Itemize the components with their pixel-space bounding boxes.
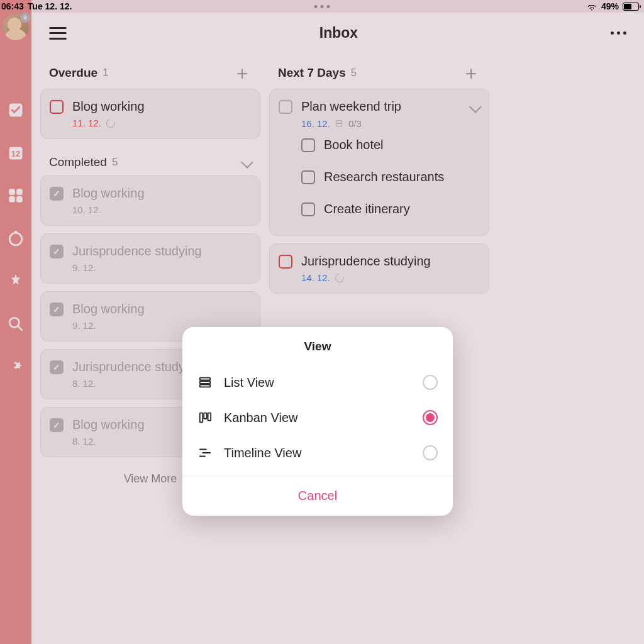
completed-count: 5 (112, 156, 118, 169)
overdue-count: 1 (103, 67, 108, 79)
status-time: 06:43 (1, 1, 24, 11)
svg-rect-15 (204, 413, 207, 419)
task-checkbox-done[interactable] (50, 360, 64, 374)
svg-rect-14 (200, 413, 203, 423)
task-checkbox-done[interactable] (50, 245, 64, 258)
subtask-checkbox[interactable] (301, 170, 315, 184)
task-card[interactable]: Jurisprudence studying 9. 12. (40, 233, 260, 284)
svg-rect-6 (16, 196, 23, 203)
task-date: 16. 12. (301, 118, 330, 129)
kanban-view-icon (197, 410, 213, 425)
task-checkbox[interactable] (279, 255, 292, 269)
radio-unchecked[interactable] (423, 445, 438, 460)
svg-rect-13 (200, 385, 211, 387)
task-checkbox-done[interactable] (50, 187, 64, 201)
option-list-view[interactable]: List View (182, 365, 453, 400)
sidebar-today-icon[interactable] (6, 101, 25, 119)
option-kanban-view[interactable]: Kanban View (182, 400, 453, 435)
task-card[interactable]: Blog working 10. 12. (40, 175, 260, 226)
subtask-item[interactable]: Book hotel (279, 129, 480, 161)
svg-rect-5 (9, 196, 15, 203)
status-date: Tue 12. 12. (28, 1, 72, 11)
subtask-title: Research restaurants (324, 170, 444, 184)
sidebar: ♛ 12 (0, 0, 31, 644)
cancel-button[interactable]: Cancel (182, 476, 453, 516)
subtask-item[interactable]: Create itinerary (279, 193, 480, 225)
page-title: Inbox (67, 25, 611, 42)
multitasking-dots[interactable] (314, 5, 330, 8)
svg-line-10 (18, 326, 21, 330)
svg-rect-8 (14, 231, 17, 233)
menu-button[interactable] (49, 27, 67, 40)
task-checkbox-done[interactable] (50, 303, 64, 316)
task-title: Blog working (72, 99, 145, 114)
subtask-item[interactable]: Research restaurants (279, 161, 480, 193)
task-date: 14. 12. (301, 272, 330, 283)
timeline-view-icon (197, 445, 213, 460)
subtask-checkbox[interactable] (301, 203, 315, 216)
sidebar-pomo-icon[interactable] (6, 229, 25, 248)
avatar[interactable]: ♛ (3, 14, 29, 40)
wifi-icon (586, 2, 597, 11)
svg-rect-12 (200, 381, 211, 384)
sidebar-settings-icon[interactable] (6, 357, 25, 376)
sidebar-calendar-icon[interactable]: 12 (6, 143, 25, 162)
subtask-title: Create itinerary (324, 202, 410, 216)
task-date: 11. 12. (72, 118, 101, 128)
subtask-count: 0/3 (348, 118, 362, 129)
chevron-down-icon[interactable] (469, 101, 482, 113)
crown-badge-icon: ♛ (20, 13, 30, 23)
task-title: Blog working (72, 186, 145, 201)
svg-rect-11 (200, 378, 211, 380)
option-timeline-view[interactable]: Timeline View (182, 435, 453, 470)
sidebar-habit-icon[interactable] (6, 272, 25, 291)
task-card[interactable]: Plan weekend trip 16. 12. ⊟ 0/3 Book hot… (269, 89, 489, 236)
sidebar-search-icon[interactable] (6, 314, 25, 333)
add-task-overdue-button[interactable]: ＋ (233, 67, 252, 79)
task-title: Jurisprudence studying (72, 244, 202, 258)
svg-point-9 (9, 318, 19, 327)
add-task-next7-button[interactable]: ＋ (462, 67, 480, 79)
radio-unchecked[interactable] (423, 375, 438, 390)
svg-rect-4 (16, 189, 23, 195)
dialog-title: View (182, 327, 453, 365)
task-checkbox[interactable] (279, 100, 292, 114)
recurring-icon (104, 117, 116, 129)
task-date: 10. 12. (72, 204, 251, 215)
subtask-title: Book hotel (324, 138, 384, 152)
next7-count: 5 (351, 67, 357, 79)
task-title: Jurisprudence studying (301, 254, 431, 269)
header: Inbox (31, 13, 644, 53)
more-options-button[interactable] (611, 31, 626, 35)
sidebar-matrix-icon[interactable] (6, 186, 25, 205)
radio-checked[interactable] (423, 410, 438, 425)
svg-rect-16 (208, 413, 211, 421)
task-checkbox-done[interactable] (50, 418, 64, 432)
view-selector-dialog: View List View Kanban View Timeline View… (182, 327, 453, 516)
task-checkbox[interactable] (50, 100, 64, 114)
status-bar: 06:43 Tue 12. 12. 49% (0, 0, 644, 13)
chevron-down-icon (241, 156, 253, 169)
task-title: Blog working (72, 418, 145, 432)
subtask-icon: ⊟ (335, 118, 343, 129)
svg-text:12: 12 (11, 149, 20, 158)
svg-rect-3 (9, 189, 15, 195)
column-header-next7: Next 7 Days 5 ＋ (269, 53, 489, 89)
svg-point-7 (9, 233, 22, 245)
task-card[interactable]: Jurisprudence studying 14. 12. (269, 243, 489, 294)
task-title: Plan weekend trip (301, 99, 401, 114)
section-header-completed[interactable]: Completed 5 (40, 147, 260, 175)
battery-icon (623, 3, 639, 11)
task-title: Blog working (72, 302, 145, 316)
subtask-checkbox[interactable] (301, 138, 315, 152)
battery-percent: 49% (601, 1, 619, 11)
column-header-overdue: Overdue 1 ＋ (40, 53, 260, 89)
task-card[interactable]: Blog working 11. 12. (40, 89, 260, 139)
recurring-icon (333, 272, 345, 284)
task-date: 9. 12. (72, 262, 251, 273)
list-view-icon (197, 375, 213, 390)
